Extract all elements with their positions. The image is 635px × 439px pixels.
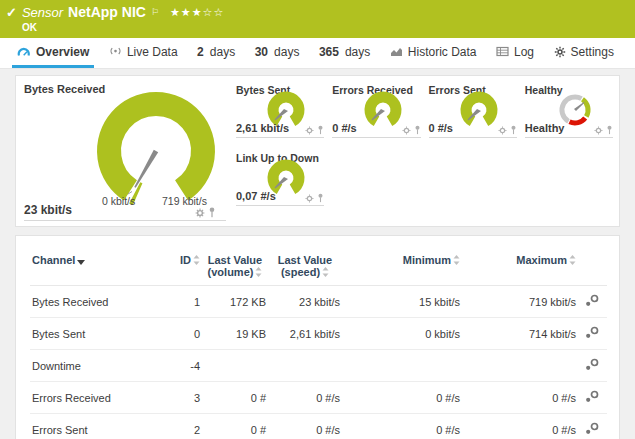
tab-365-days[interactable]: 365days <box>314 38 375 68</box>
primary-gauge-bytes-received[interactable]: Bytes Received 0 kbit/s 719 kbit/s 23 kb… <box>16 76 234 226</box>
gauge-settings-icon[interactable] <box>195 208 205 218</box>
priority-stars[interactable]: ★★★☆☆ <box>170 4 224 21</box>
gauge-current-value: 0,07 #/s <box>236 190 276 202</box>
last-value-volume: 172 KB <box>202 286 268 318</box>
pin-gauge-icon[interactable] <box>208 207 216 218</box>
table-row: Errors Received 3 0 # 0 #/s 0 #/s 0 #/s <box>30 382 607 414</box>
gauge-scale-min: 0 kbit/s <box>102 195 135 207</box>
gauge-current-value: 23 kbit/s <box>24 203 72 217</box>
tab-label: Historic Data <box>408 45 477 59</box>
maximum-value <box>462 350 578 382</box>
channel-id: 2 <box>164 414 202 439</box>
channels-table: Channel ID Last Value (volume) Last Valu… <box>30 246 607 439</box>
tab-bar: Overview Live Data 2days 30days 365days … <box>0 38 635 69</box>
divider <box>236 205 324 206</box>
last-value-speed: 0 #/s <box>268 414 342 439</box>
channel-name: Errors Received <box>30 382 164 414</box>
prtg-sensor-page: ✓ Sensor NetApp NIC ⚐ ★★★☆☆ OK Overview … <box>0 0 635 439</box>
sort-icon <box>322 267 329 277</box>
radial-gauge <box>81 85 231 205</box>
channel-settings-icon[interactable] <box>585 390 600 403</box>
tab-label: Settings <box>571 45 614 59</box>
status-text: OK <box>22 22 37 33</box>
small-gauge-errors-sent[interactable]: Errors Sent 0 #/s <box>429 79 519 147</box>
last-value-volume: 0 # <box>202 382 268 414</box>
table-row: Bytes Received 1 172 KB 23 kbit/s 15 kbi… <box>30 286 607 318</box>
col-header-actions <box>578 246 607 286</box>
minimum-value: 0 #/s <box>342 414 462 439</box>
sensor-title: NetApp NIC <box>68 4 146 21</box>
tab-live-data[interactable]: Live Data <box>104 38 183 68</box>
gauge-settings-icon[interactable] <box>402 126 411 135</box>
gauge-settings-icon[interactable] <box>305 194 314 203</box>
gauge-current-value: 2,61 kbit/s <box>236 122 289 134</box>
tab-overview[interactable]: Overview <box>12 38 94 68</box>
channel-id: 3 <box>164 382 202 414</box>
pin-gauge-icon[interactable] <box>414 125 421 135</box>
last-value-speed: 0 #/s <box>268 382 342 414</box>
col-header-last-value-speed[interactable]: Last Value (speed) <box>268 246 342 286</box>
gauge-current-value: 0 #/s <box>429 122 453 134</box>
sensor-header: ✓ Sensor NetApp NIC ⚐ ★★★☆☆ OK <box>0 0 635 38</box>
tab-label: Log <box>514 45 534 59</box>
gauge-settings-icon[interactable] <box>305 126 314 135</box>
col-header-id[interactable]: ID <box>164 246 202 286</box>
sensor-type-label: Sensor <box>22 4 63 21</box>
area-chart-icon <box>390 46 403 57</box>
minimum-value: 0 kbit/s <box>342 318 462 350</box>
channel-settings-icon[interactable] <box>585 326 600 339</box>
small-gauge-healthy[interactable]: Healthy Healthy <box>525 79 615 147</box>
pin-gauge-icon[interactable] <box>510 125 517 135</box>
log-table-icon <box>496 46 509 57</box>
tab-settings[interactable]: Settings <box>549 38 619 68</box>
pin-gauge-icon[interactable] <box>606 125 613 135</box>
gauge-needle <box>574 102 585 111</box>
small-gauge-link-up-to-down[interactable]: Link Up to Down 0,07 #/s <box>236 147 326 215</box>
table-row: Downtime -4 <box>30 350 607 382</box>
gauge-scale-max: 719 kbit/s <box>162 195 207 207</box>
live-signal-icon <box>109 46 122 57</box>
channel-id: 0 <box>164 318 202 350</box>
channel-settings-icon[interactable] <box>585 294 600 307</box>
gauge-current-value: 0 #/s <box>332 122 356 134</box>
tab-historic-data[interactable]: Historic Data <box>385 38 482 68</box>
col-header-channel[interactable]: Channel <box>30 246 164 286</box>
gauge-current-value: Healthy <box>525 122 565 134</box>
divider <box>236 137 324 138</box>
table-row: Bytes Sent 0 19 KB 2,61 kbit/s 0 kbit/s … <box>30 318 607 350</box>
tab-log[interactable]: Log <box>491 38 539 68</box>
last-value-volume <box>202 350 268 382</box>
gauges-panel: Bytes Received 0 kbit/s 719 kbit/s 23 kb… <box>15 75 620 227</box>
col-header-maximum[interactable]: Maximum <box>462 246 578 286</box>
sort-desc-icon <box>77 260 85 265</box>
flag-icon[interactable]: ⚐ <box>151 4 159 21</box>
divider <box>429 137 517 138</box>
channel-settings-icon[interactable] <box>585 422 600 435</box>
radial-gauge <box>455 88 505 130</box>
pin-gauge-icon[interactable] <box>317 125 324 135</box>
col-header-minimum[interactable]: Minimum <box>342 246 462 286</box>
channel-name: Errors Sent <box>30 414 164 439</box>
tab-30-days[interactable]: 30days <box>250 38 305 68</box>
stars-empty: ☆☆ <box>203 6 225 18</box>
sort-icon <box>453 255 460 265</box>
pin-gauge-icon[interactable] <box>317 193 324 203</box>
table-header-row: Channel ID Last Value (volume) Last Valu… <box>30 246 607 286</box>
channels-table-panel: Channel ID Last Value (volume) Last Valu… <box>15 235 620 439</box>
channel-name: Bytes Sent <box>30 318 164 350</box>
gauge-icon <box>17 46 31 57</box>
gauge-settings-icon[interactable] <box>498 126 507 135</box>
minimum-value: 0 #/s <box>342 382 462 414</box>
maximum-value: 714 kbit/s <box>462 318 578 350</box>
tab-2-days[interactable]: 2days <box>192 38 240 68</box>
col-header-last-value-volume[interactable]: Last Value (volume) <box>202 246 268 286</box>
maximum-value: 0 #/s <box>462 414 578 439</box>
radial-gauge <box>359 88 409 130</box>
maximum-value: 719 kbit/s <box>462 286 578 318</box>
gauge-settings-icon[interactable] <box>594 126 603 135</box>
maximum-value: 0 #/s <box>462 382 578 414</box>
channel-id: -4 <box>164 350 202 382</box>
small-gauge-errors-received[interactable]: Errors Received 0 #/s <box>332 79 422 147</box>
small-gauge-bytes-sent[interactable]: Bytes Sent 2,61 kbit/s <box>236 79 326 147</box>
channel-settings-icon[interactable] <box>585 358 600 371</box>
